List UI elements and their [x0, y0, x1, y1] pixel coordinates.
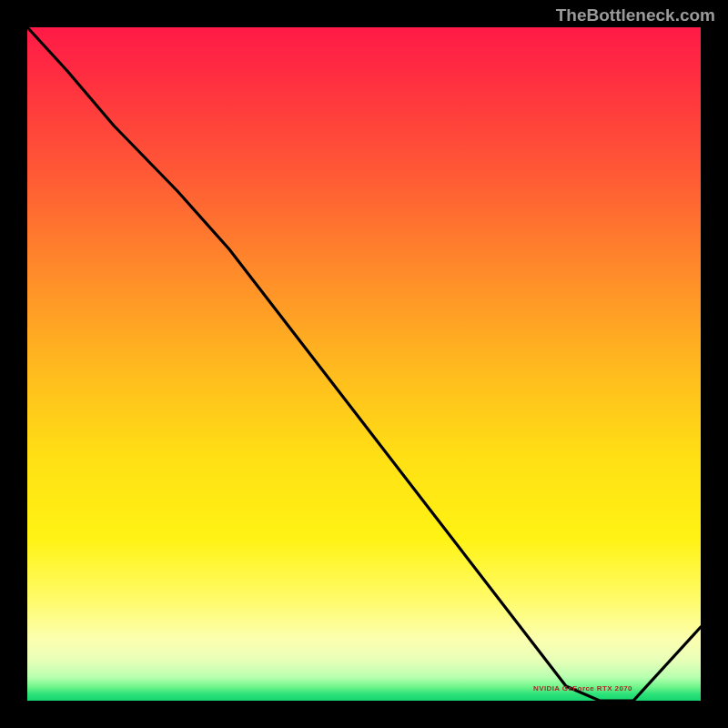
attribution-label: TheBottleneck.com [556, 5, 715, 25]
chart-frame: TheBottleneck.com NVIDIA GeForce RTX 207… [0, 0, 728, 728]
plot-area: NVIDIA GeForce RTX 2070 [27, 27, 701, 701]
bottleneck-curve [27, 27, 701, 701]
gpu-annotation: NVIDIA GeForce RTX 2070 [533, 684, 632, 693]
curve-path [27, 27, 701, 701]
